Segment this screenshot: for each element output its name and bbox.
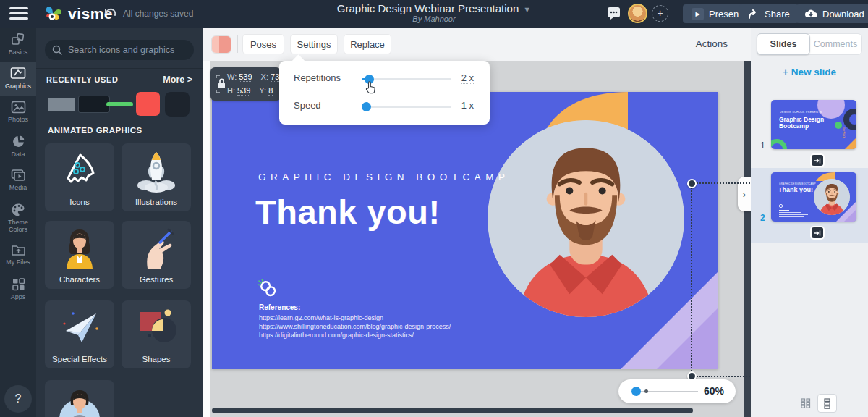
thumb2-kicker: GRAPHIC DESIGN BOOTCAMP bbox=[779, 182, 816, 185]
selection-bounding-box[interactable]: ↻ bbox=[691, 182, 751, 377]
tile-shapes[interactable]: Shapes bbox=[122, 300, 191, 368]
add-collaborator-button[interactable]: + bbox=[652, 5, 668, 22]
tab-slides[interactable]: Slides bbox=[757, 33, 810, 55]
document-title[interactable]: Graphic Design Webinar Presentation bbox=[337, 2, 519, 14]
pizza-slice-icon bbox=[61, 149, 98, 191]
x-value[interactable]: 73 bbox=[271, 72, 279, 82]
recent-item-black-square[interactable] bbox=[165, 92, 190, 117]
tile-illustrations[interactable]: Illustrations bbox=[122, 143, 191, 211]
horizontal-scrollbar[interactable] bbox=[212, 408, 693, 413]
chevron-down-icon[interactable]: ▼ bbox=[523, 5, 531, 14]
sidebar-item-media[interactable]: Media bbox=[0, 164, 36, 198]
grid-view-icon bbox=[801, 398, 811, 408]
search-icon bbox=[52, 45, 62, 55]
tile-icons[interactable]: Icons bbox=[45, 143, 114, 211]
help-button[interactable]: ? bbox=[4, 385, 32, 413]
tab-comments[interactable]: Comments bbox=[809, 34, 861, 54]
speed-slider-track[interactable] bbox=[362, 106, 451, 108]
man-illustration[interactable] bbox=[488, 120, 684, 317]
sidebar-item-data[interactable]: Data bbox=[0, 130, 36, 164]
tab-settings[interactable]: Settings bbox=[291, 35, 337, 54]
thumb1-kicker: DESIGN SCHOOL PRESENTS bbox=[780, 111, 822, 114]
lock-aspect-icon[interactable] bbox=[215, 74, 225, 94]
tab-replace[interactable]: Replace bbox=[344, 35, 391, 54]
tab-poses[interactable]: Poses bbox=[243, 35, 284, 54]
zoom-fit-marker[interactable] bbox=[644, 389, 648, 393]
sidebar-item-basics[interactable]: Basics bbox=[0, 28, 36, 62]
sidebar-item-theme-colors[interactable]: Theme Colors bbox=[0, 198, 36, 238]
green-dot-shape bbox=[835, 122, 842, 129]
slide-1-thumbnail[interactable]: DESIGN SCHOOL PRESENTS Graphic Design Bo… bbox=[771, 100, 856, 149]
search-placeholder: Search icons and graphics bbox=[68, 45, 174, 55]
comments-icon[interactable] bbox=[606, 6, 621, 23]
thumb1-side-text: Day-01 bbox=[842, 127, 846, 138]
actions-menu[interactable]: Actions bbox=[696, 38, 728, 49]
tile-characters[interactable]: Characters bbox=[45, 221, 114, 289]
shapes-icon bbox=[135, 306, 178, 347]
tile-partial-character[interactable] bbox=[45, 380, 114, 417]
y-value[interactable]: 8 bbox=[268, 86, 273, 96]
download-icon bbox=[804, 9, 817, 19]
sidebar-item-photos[interactable]: Photos bbox=[0, 96, 36, 130]
sidebar-item-my-files[interactable]: My Files bbox=[0, 238, 36, 272]
references-heading[interactable]: References: bbox=[259, 303, 300, 311]
reference-url[interactable]: https://learn.g2.com/what-is-graphic-des… bbox=[259, 314, 383, 321]
hamburger-menu-icon[interactable] bbox=[9, 7, 28, 20]
height-value[interactable]: 539 bbox=[237, 86, 250, 96]
slide-2-thumbnail[interactable]: GRAPHIC DESIGN BOOTCAMP Thank you! bbox=[771, 172, 856, 222]
play-icon: ▶ bbox=[692, 8, 704, 20]
new-slide-button[interactable]: + New slide bbox=[751, 67, 868, 77]
plus-icon: + bbox=[657, 7, 663, 19]
link-icon-mini bbox=[779, 204, 783, 208]
recent-item-green-line[interactable] bbox=[106, 102, 133, 106]
sidebar-item-apps[interactable]: Apps bbox=[0, 272, 36, 306]
link-icon[interactable] bbox=[258, 279, 278, 299]
panel-tabs: Slides Comments bbox=[757, 33, 862, 55]
zoom-slider-handle[interactable] bbox=[631, 387, 641, 396]
grid-view-button[interactable] bbox=[796, 394, 815, 413]
my-files-icon bbox=[11, 243, 26, 256]
resize-handle-top-left[interactable] bbox=[687, 179, 697, 188]
zoom-percentage[interactable]: 60% bbox=[704, 385, 724, 397]
search-input[interactable]: Search icons and graphics bbox=[45, 40, 194, 60]
slide-1-number: 1 bbox=[760, 140, 765, 151]
user-avatar[interactable] bbox=[628, 4, 647, 23]
slide-title-text[interactable]: Thank you! bbox=[255, 192, 441, 232]
woman-character-icon bbox=[59, 227, 100, 269]
visme-logo-icon bbox=[43, 4, 62, 23]
rocket-icon bbox=[136, 149, 176, 193]
more-link[interactable]: More > bbox=[163, 75, 192, 85]
download-button[interactable]: Download bbox=[796, 4, 868, 23]
slides-panel: Slides Comments + New slide DESIGN SCHOO… bbox=[751, 28, 868, 417]
data-icon bbox=[12, 135, 25, 148]
slide-2-transition-button[interactable] bbox=[812, 227, 823, 238]
graphics-icon bbox=[10, 67, 26, 80]
slide-canvas[interactable]: GRAPHIC DESIGN BOOTCAMP Thank you! Refer… bbox=[212, 92, 718, 369]
tile-gestures[interactable]: Gestures bbox=[122, 221, 191, 289]
share-button[interactable]: Share bbox=[739, 4, 799, 23]
green-ring-shape bbox=[771, 139, 787, 149]
tile-special-effects[interactable]: Special Effects bbox=[45, 300, 114, 368]
context-toolbar: Poses Settings Replace Actions bbox=[203, 28, 751, 61]
reference-url[interactable]: https://www.shillingtoneducation.com/blo… bbox=[259, 323, 451, 330]
repetitions-slider-track[interactable] bbox=[362, 78, 451, 80]
slide-1-transition-button[interactable] bbox=[812, 155, 823, 166]
left-collapse-edge[interactable] bbox=[203, 61, 210, 417]
list-view-button[interactable] bbox=[817, 394, 837, 413]
settings-popup: Repetitions 2 x Speed 1 x bbox=[279, 61, 490, 125]
share-icon bbox=[748, 9, 760, 19]
reference-url[interactable]: https://digitalintheround.com/graphic-de… bbox=[259, 332, 414, 339]
speed-value[interactable]: 1 x bbox=[461, 100, 474, 111]
repetitions-value[interactable]: 2 x bbox=[461, 72, 474, 84]
sidebar-item-graphics[interactable]: Graphics bbox=[0, 62, 36, 96]
undo-icon[interactable] bbox=[103, 7, 117, 22]
transition-arrow-icon bbox=[814, 158, 821, 164]
width-value[interactable]: 539 bbox=[239, 72, 252, 82]
speed-slider-handle[interactable] bbox=[362, 102, 371, 111]
recent-item-gray-rect[interactable] bbox=[48, 98, 75, 111]
recent-item-red-square[interactable] bbox=[136, 92, 160, 116]
repetitions-label: Repetitions bbox=[294, 72, 341, 83]
fill-color-swatch[interactable] bbox=[212, 36, 231, 53]
slide-kicker-text[interactable]: GRAPHIC DESIGN BOOTCAMP bbox=[258, 172, 510, 182]
recent-item-dark-rect[interactable] bbox=[78, 96, 110, 113]
